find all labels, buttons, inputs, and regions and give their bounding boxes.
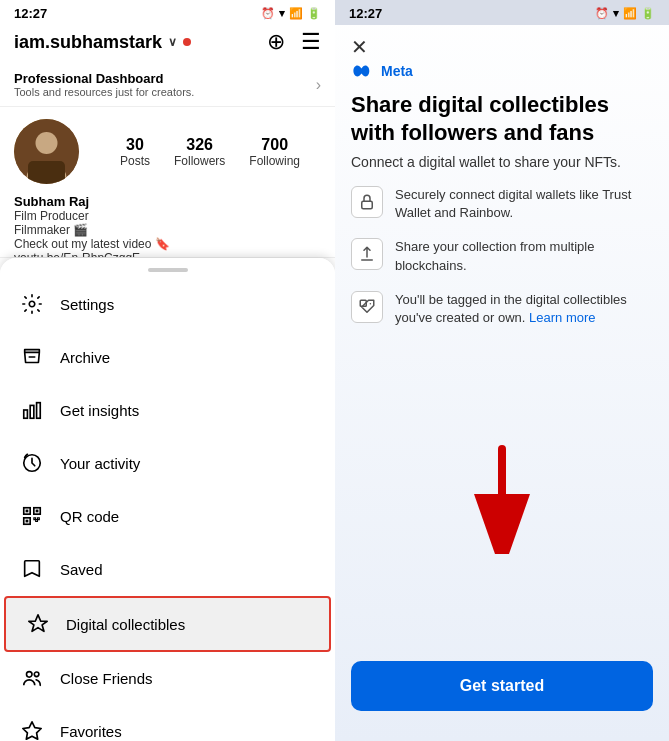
features-list: Securely connect digital wallets like Tr… — [335, 186, 669, 327]
learn-more-link[interactable]: Learn more — [529, 310, 595, 325]
wifi-icon: ▾ — [279, 7, 285, 20]
insights-label: Get insights — [60, 402, 139, 419]
svg-point-4 — [29, 301, 35, 307]
menu-item-friends[interactable]: Close Friends — [0, 652, 335, 705]
svg-point-15 — [27, 672, 33, 678]
svg-rect-12 — [26, 510, 29, 513]
header-icons: ⊕ ☰ — [267, 29, 321, 55]
status-bar-left: 12:27 ⏰ ▾ 📶 🔋 — [0, 0, 335, 25]
status-icons-left: ⏰ ▾ 📶 🔋 — [261, 7, 321, 20]
followers-stat[interactable]: 326 Followers — [174, 136, 225, 168]
insights-icon — [20, 398, 44, 422]
professional-dashboard-bar[interactable]: Professional Dashboard Tools and resourc… — [0, 63, 335, 107]
qrcode-label: QR code — [60, 508, 119, 525]
stats-group: 30 Posts 326 Followers 700 Following — [99, 136, 321, 168]
feature-wallet: Securely connect digital wallets like Tr… — [351, 186, 653, 222]
profile-section: Professional Dashboard Tools and resourc… — [0, 63, 335, 258]
username-chevron: ∨ — [168, 35, 177, 49]
followers-count: 326 — [186, 136, 213, 154]
meta-logo-area: Meta — [335, 63, 669, 87]
dash-title: Professional Dashboard — [14, 71, 194, 86]
svg-rect-20 — [362, 201, 373, 209]
svg-point-16 — [34, 672, 39, 677]
saved-label: Saved — [60, 561, 103, 578]
feature-wallet-text: Securely connect digital wallets like Tr… — [395, 186, 653, 222]
menu-item-digital[interactable]: Digital collectibles — [4, 596, 331, 652]
profile-link[interactable]: youtu.be/En-RhpCzqqE — [14, 251, 321, 258]
status-icons-right: ⏰ ▾ 📶 🔋 — [595, 7, 655, 20]
add-post-icon[interactable]: ⊕ — [267, 29, 285, 55]
battery-icon-r: 🔋 — [641, 7, 655, 20]
posts-stat: 30 Posts — [120, 136, 150, 168]
time-left: 12:27 — [14, 6, 47, 21]
alarm-icon-r: ⏰ — [595, 7, 609, 20]
profile-stats: 30 Posts 326 Followers 700 Following — [0, 107, 335, 192]
qrcode-icon — [20, 504, 44, 528]
following-stat[interactable]: 700 Following — [249, 136, 300, 168]
svg-rect-13 — [36, 510, 39, 513]
menu-item-saved[interactable]: Saved — [0, 543, 335, 596]
notification-dot — [183, 38, 191, 46]
modal-title: Share digital collectibles with follower… — [335, 87, 669, 154]
alarm-icon: ⏰ — [261, 7, 275, 20]
svg-point-22 — [370, 303, 372, 305]
svg-point-1 — [36, 132, 58, 154]
meta-icon — [351, 63, 375, 79]
username-text: iam.subhamstark — [14, 32, 162, 53]
modal-subtitle: Connect a digital wallet to share your N… — [335, 154, 669, 186]
wifi-icon-r: ▾ — [613, 7, 619, 20]
menu-item-archive[interactable]: Archive — [0, 331, 335, 384]
feature-tag: You'll be tagged in the digital collecti… — [351, 291, 653, 327]
settings-icon — [20, 292, 44, 316]
profile-bio-1: Film Producer — [14, 209, 321, 223]
saved-icon — [20, 557, 44, 581]
close-button[interactable]: ✕ — [351, 37, 368, 57]
dash-subtitle: Tools and resources just for creators. — [14, 86, 194, 98]
menu-item-qrcode[interactable]: QR code — [0, 490, 335, 543]
modal-header: ✕ — [335, 25, 669, 63]
svg-rect-6 — [30, 405, 34, 418]
meta-label: Meta — [381, 63, 413, 79]
followers-label: Followers — [174, 154, 225, 168]
down-arrow — [462, 444, 542, 554]
following-count: 700 — [261, 136, 288, 154]
activity-icon — [20, 451, 44, 475]
favorites-icon — [20, 719, 44, 741]
avatar[interactable] — [14, 119, 79, 184]
archive-label: Archive — [60, 349, 110, 366]
svg-marker-17 — [23, 722, 41, 739]
right-panel: 12:27 ⏰ ▾ 📶 🔋 ✕ Meta Share digital colle… — [335, 0, 669, 741]
following-label: Following — [249, 154, 300, 168]
digital-label: Digital collectibles — [66, 616, 185, 633]
get-started-button[interactable]: Get started — [351, 661, 653, 711]
svg-rect-5 — [24, 410, 28, 418]
feature-blockchain: Share your collection from multiple bloc… — [351, 238, 653, 274]
favorites-label: Favorites — [60, 723, 122, 740]
arrow-container — [335, 327, 669, 661]
avatar-svg — [14, 119, 79, 184]
status-bar-right: 12:27 ⏰ ▾ 📶 🔋 — [335, 0, 669, 25]
posts-label: Posts — [120, 154, 150, 168]
time-right: 12:27 — [349, 6, 382, 21]
profile-bio-3: Check out my latest video 🔖 — [14, 237, 321, 251]
svg-rect-3 — [28, 161, 65, 184]
friends-icon — [20, 666, 44, 690]
menu-item-settings[interactable]: Settings — [0, 278, 335, 331]
tag-icon — [351, 291, 383, 323]
feature-tag-text: You'll be tagged in the digital collecti… — [395, 291, 653, 327]
menu-item-favorites[interactable]: Favorites — [0, 705, 335, 741]
drag-handle — [148, 268, 188, 272]
settings-label: Settings — [60, 296, 114, 313]
menu-item-insights[interactable]: Get insights — [0, 384, 335, 437]
bottom-sheet-menu: Settings Archive Get insights Your activ… — [0, 258, 335, 741]
upload-icon — [351, 238, 383, 270]
lock-icon — [351, 186, 383, 218]
posts-count: 30 — [126, 136, 144, 154]
ig-header: iam.subhamstark ∨ ⊕ ☰ — [0, 25, 335, 63]
activity-label: Your activity — [60, 455, 140, 472]
menu-item-activity[interactable]: Your activity — [0, 437, 335, 490]
menu-icon[interactable]: ☰ — [301, 29, 321, 55]
dash-text: Professional Dashboard Tools and resourc… — [14, 71, 194, 98]
profile-info: Subham Raj Film Producer Filmmaker 🎬 Che… — [0, 192, 335, 258]
username-area[interactable]: iam.subhamstark ∨ — [14, 32, 191, 53]
